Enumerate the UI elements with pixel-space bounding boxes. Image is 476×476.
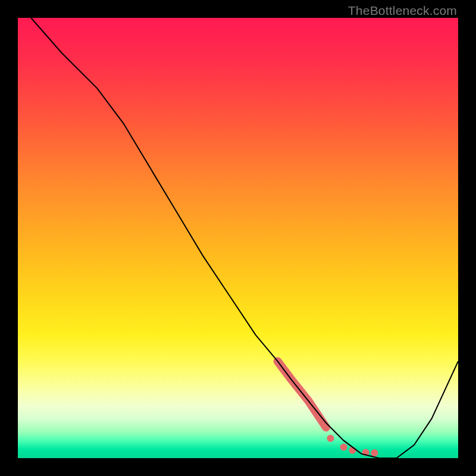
highlight-dots — [327, 435, 378, 456]
highlight-dot — [371, 449, 378, 456]
chart-frame: TheBottleneck.com — [0, 0, 476, 476]
highlight-dot — [327, 435, 334, 442]
highlight-dot — [340, 444, 347, 451]
bottleneck-curve — [31, 18, 458, 458]
watermark-text: TheBottleneck.com — [348, 4, 457, 18]
plot-area — [18, 18, 458, 458]
chart-overlay — [18, 18, 458, 458]
